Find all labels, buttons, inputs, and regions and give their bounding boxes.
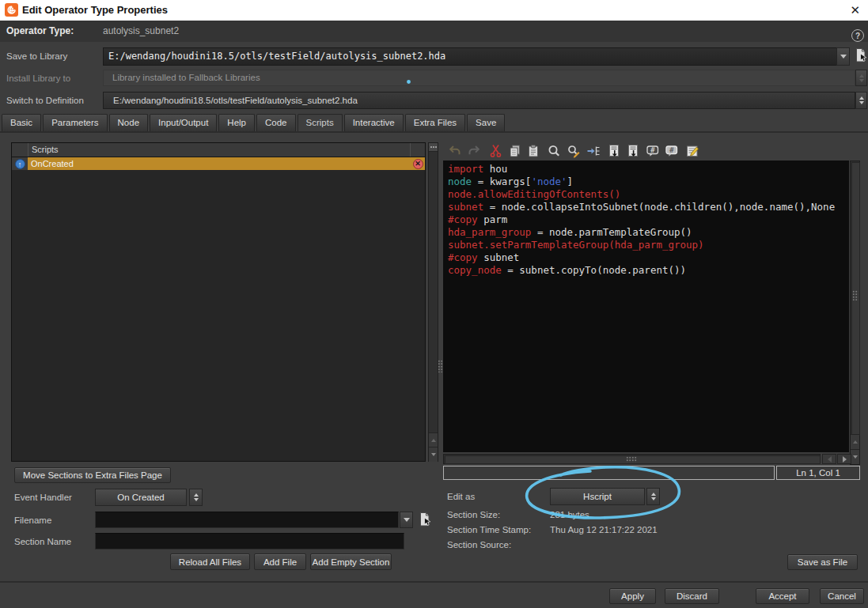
scripts-table: Scripts ↑ OnCreated ✕ [11,142,426,462]
edit-as-dropdown[interactable]: Hscript [550,488,645,505]
tab-node[interactable]: Node [109,114,149,131]
file-chooser-icon[interactable] [855,47,867,63]
filename-label: Filename [14,515,51,525]
scripts-header-label: Scripts [28,143,410,157]
reload-all-files-button[interactable]: Reload All Files [170,553,250,570]
find-icon[interactable] [546,143,562,159]
svg-text:#: # [650,146,655,154]
add-file-button[interactable]: Add File [254,553,306,570]
tab-code[interactable]: Code [256,114,296,131]
tab-divider [0,131,868,133]
tab-extra-files[interactable]: Extra Files [405,114,465,131]
hscroll-right-icon[interactable] [837,454,851,464]
filename-input[interactable] [95,512,399,528]
code-area: import hounode = kwargs['node']node.allo… [448,163,849,277]
editor-vertical-scrollbar[interactable] [850,160,860,465]
discard-button[interactable]: Discard [665,588,719,604]
list-menu-dots-icon[interactable] [429,143,438,152]
scripts-row-label: OnCreated [28,157,411,170]
tab-parameters[interactable]: Parameters [43,114,107,131]
editor-scroll-up-icon[interactable] [851,434,859,449]
install-library-spinner [855,70,867,86]
save-as-file-button[interactable]: Save as File [787,554,858,570]
code-editor[interactable]: import hounode = kwargs['node']node.allo… [443,160,849,452]
event-handler-label: Event Handler [14,493,72,502]
tab-help[interactable]: Help [218,114,255,131]
save-to-library-label: Save to Library [6,51,67,61]
section-name-input[interactable] [95,533,404,549]
section-name-label: Section Name [14,537,71,546]
apply-button[interactable]: Apply [609,588,656,604]
tab-basic[interactable]: Basic [2,114,41,131]
operator-type-value: autolysis_subnet2 [103,25,179,36]
add-empty-section-button[interactable]: Add Empty Section [310,553,392,570]
window-title: Edit Operator Type Properties [22,4,168,16]
save-to-library-dropdown-icon[interactable] [836,47,850,66]
tab-bar: BasicParametersNodeInput/OutputHelpCodeS… [2,114,505,131]
title-bar: Edit Operator Type Properties ✕ [0,0,868,21]
indent-icon[interactable] [586,143,601,159]
tab-input-output[interactable]: Input/Output [150,114,217,131]
redo-icon[interactable] [466,143,482,159]
uncomment-icon[interactable]: # [664,143,680,159]
scripts-list-scrollbar[interactable] [428,142,438,462]
editor-message-bar [443,466,775,480]
tab-scripts[interactable]: Scripts [298,114,343,131]
panel-splitter[interactable] [438,360,442,372]
shift-right-icon[interactable] [625,143,641,159]
shift-left-icon[interactable] [606,143,622,159]
external-editor-icon[interactable] [684,143,700,159]
filename-dropdown-icon[interactable] [400,512,413,528]
event-handler-dropdown[interactable]: On Created [95,489,187,506]
hscroll-left-icon[interactable] [822,454,836,464]
vscroll-grip-icon[interactable] [852,290,859,300]
event-handler-spinner[interactable] [189,489,203,506]
filename-file-chooser-icon[interactable] [419,512,431,527]
section-source-label: Section Source: [447,540,511,549]
scripts-table-header[interactable]: Scripts [12,143,425,157]
accept-button[interactable]: Accept [756,588,809,604]
svg-text:#: # [669,146,674,154]
undo-icon[interactable] [447,143,463,159]
cancel-button[interactable]: Cancel [820,588,864,604]
paste-icon[interactable] [525,143,541,159]
scripts-header-icon-col [12,143,28,157]
find-replace-icon[interactable] [566,143,582,159]
section-up-arrow-icon[interactable]: ↑ [15,159,25,169]
tab-interactive[interactable]: Interactive [344,114,404,131]
switch-to-definition-field[interactable]: E:/wendang/houdini18.5/otls/testField/au… [103,92,855,109]
close-icon[interactable]: ✕ [850,3,860,17]
cut-icon[interactable] [488,143,504,159]
tab-save[interactable]: Save [467,114,505,131]
switch-to-definition-label: Switch to Definition [6,96,84,105]
section-size-label: Section Size: [447,510,500,519]
section-size-value: 281 bytes [550,510,589,519]
section-time-stamp-label: Section Time Stamp: [447,525,531,534]
edit-as-label: Edit as [447,492,475,501]
operator-type-label: Operator Type: [6,25,74,36]
edit-operator-type-properties-dialog: Edit Operator Type Properties ✕ Operator… [0,0,868,608]
switch-to-definition-spinner[interactable] [855,92,867,109]
scroll-up-icon[interactable] [429,432,438,448]
section-time-stamp-value: Thu Aug 12 21:17:22 2021 [550,525,658,534]
editor-horizontal-scrollbar[interactable] [443,454,821,464]
hscroll-grip-icon[interactable] [626,456,637,463]
install-library-to-label: Install Library to [6,74,70,83]
help-icon[interactable]: ? [851,29,864,42]
scripts-header-del-col [410,143,425,157]
footer-divider [0,581,868,583]
editor-scroll-down-icon[interactable] [851,449,859,464]
scripts-row-oncreated[interactable]: ↑ OnCreated ✕ [12,157,425,170]
move-sections-button[interactable]: Move Sections to Extra Files Page [14,467,171,483]
comment-icon[interactable]: # [645,143,661,159]
install-library-to-field: Library installed to Fallback Libraries [103,70,855,86]
delete-section-icon[interactable]: ✕ [413,159,423,169]
houdini-logo-icon [5,3,18,17]
scroll-down-icon[interactable] [429,447,438,462]
cursor-position-indicator: Ln 1, Col 1 [776,466,860,480]
save-to-library-field[interactable]: E:/wendang/houdini18.5/otls/testField/au… [103,47,837,66]
copy-icon[interactable] [507,143,523,159]
edit-as-spinner[interactable] [646,488,660,505]
